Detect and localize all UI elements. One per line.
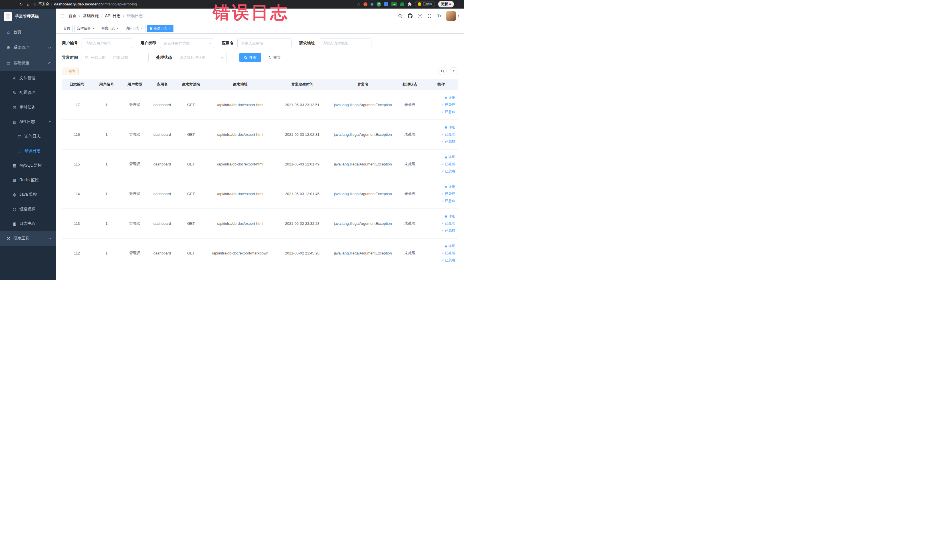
extension-icon-blue[interactable] xyxy=(371,3,374,6)
breadcrumb-item[interactable]: 基础设施 xyxy=(83,14,99,18)
mark-processed-link[interactable]: 已处理 xyxy=(424,250,455,257)
reset-button[interactable]: ↻ 重置 xyxy=(264,53,285,62)
sidebar-item-redis-monitor[interactable]: Redis 监控 xyxy=(0,172,56,187)
extension-icon-leaf[interactable] xyxy=(400,2,404,6)
sidebar-item-home[interactable]: 首页 xyxy=(0,24,56,40)
tab-access-log[interactable]: 访问日志 × xyxy=(123,25,145,32)
sidebar-item-trace[interactable]: 链路追踪 xyxy=(0,202,56,216)
user-type-select-input[interactable] xyxy=(160,38,214,48)
tab-label: 调度日志 xyxy=(101,26,115,31)
mark-processed-link[interactable]: 已处理 xyxy=(424,220,455,227)
cell-user-id: 1 xyxy=(92,90,121,119)
mark-ignored-link[interactable]: 已忽略 xyxy=(424,168,455,175)
browser-update-button[interactable]: 更新 xyxy=(438,1,454,8)
sidebar-item-scheduled-tasks[interactable]: 定时任务 xyxy=(0,100,56,114)
detail-link[interactable]: 详细 xyxy=(424,154,455,160)
sidebar-item-mysql-monitor[interactable]: MySQL 监控 xyxy=(0,158,56,172)
request-url-input[interactable] xyxy=(319,38,371,48)
sidebar-item-access-log[interactable]: 访问日志 xyxy=(0,129,56,143)
detail-link[interactable]: 详细 xyxy=(424,124,455,131)
status-select-input[interactable] xyxy=(176,53,227,62)
sidebar-item-infrastructure[interactable]: 基础设施 xyxy=(0,55,56,71)
tab-close-icon[interactable]: × xyxy=(169,27,171,30)
mark-processed-link[interactable]: 已处理 xyxy=(424,190,455,197)
exception-time-label: 异常时间 xyxy=(62,55,78,60)
toggle-search-button[interactable] xyxy=(438,67,447,75)
mark-ignored-link[interactable]: 已忽略 xyxy=(424,197,455,204)
address-bar[interactable]: ⚠ 不安全 | dashboard.yudao.iocoder.cn/infra… xyxy=(34,2,354,6)
check-icon xyxy=(441,108,444,116)
sidebar-item-log-center[interactable]: 日志中心 xyxy=(0,216,56,231)
mark-ignored-link[interactable]: 已忽略 xyxy=(424,108,455,116)
status-select[interactable] xyxy=(176,53,227,62)
sidebar-item-file-management[interactable]: 文件管理 xyxy=(0,71,56,85)
paused-badge[interactable]: 已暂停 xyxy=(415,1,435,7)
mark-processed-link[interactable]: 已处理 xyxy=(424,131,455,138)
user-menu[interactable]: ▾ xyxy=(446,11,459,21)
detail-link[interactable]: 详细 xyxy=(424,94,455,101)
export-button[interactable]: ↓ 导出 xyxy=(62,68,79,75)
help-icon[interactable]: ? xyxy=(418,14,422,18)
mark-ignored-link[interactable]: 已忽略 xyxy=(424,138,455,145)
mark-ignored-link[interactable]: 已忽略 xyxy=(424,227,455,234)
avatar[interactable] xyxy=(446,11,456,21)
extension-icon-orange[interactable] xyxy=(363,2,368,6)
extension-icon-on[interactable]: on xyxy=(391,2,397,6)
tab-schedule-log[interactable]: 调度日志 × xyxy=(99,25,121,32)
database-icon xyxy=(12,163,17,168)
extensions-puzzle-icon[interactable] xyxy=(408,2,412,6)
sidebar-item-api-log[interactable]: API 日志 xyxy=(0,114,56,129)
extension-icon-green-y[interactable]: Y xyxy=(377,2,381,6)
date-range-picker[interactable]: 开始日期 - 结束日期 xyxy=(82,53,149,62)
extension-icon-grid[interactable] xyxy=(384,2,388,6)
app-logo[interactable]: 芋道管理系统 xyxy=(0,9,56,24)
font-size-icon[interactable]: TT xyxy=(437,14,441,18)
detail-link[interactable]: 详细 xyxy=(424,243,455,250)
app-name-input[interactable] xyxy=(237,38,292,48)
fullscreen-icon[interactable] xyxy=(427,14,432,18)
cell-status: 未处理 xyxy=(396,90,424,119)
hamburger-icon[interactable]: ≡ xyxy=(61,13,64,19)
sidebar-item-error-log[interactable]: 错误日志 xyxy=(0,143,56,158)
mark-processed-link[interactable]: 已处理 xyxy=(424,160,455,168)
user-type-select[interactable] xyxy=(160,38,214,48)
detail-link[interactable]: 详细 xyxy=(424,183,455,190)
date-end-placeholder: 结束日期 xyxy=(113,55,128,60)
forward-button[interactable]: → xyxy=(11,2,15,6)
user-id-input[interactable] xyxy=(82,38,133,48)
sidebar-item-label: API 日志 xyxy=(20,119,35,124)
sidebar-item-label: Java 监控 xyxy=(20,192,37,197)
sidebar-item-java-monitor[interactable]: Java 监控 xyxy=(0,187,56,202)
tab-home[interactable]: 首页 xyxy=(61,25,73,32)
breadcrumb-item[interactable]: 首页 xyxy=(69,14,76,18)
reset-button-label: 重置 xyxy=(273,55,281,60)
github-icon[interactable] xyxy=(408,14,412,18)
tab-close-icon[interactable]: × xyxy=(141,27,143,30)
table-row: 113 1 管理员 dashboard GET /api/infra/db-do… xyxy=(62,209,458,238)
sidebar-item-system-management[interactable]: 系统管理 xyxy=(0,40,56,55)
reload-button[interactable]: ↻ xyxy=(20,2,23,6)
mark-processed-link[interactable]: 已处理 xyxy=(424,101,455,108)
tab-scheduled-tasks[interactable]: 定时任务 × xyxy=(75,25,97,32)
browser-menu-icon[interactable]: ⋮ xyxy=(457,2,461,6)
sidebar-item-dev-tools[interactable]: 研发工具 xyxy=(0,231,56,246)
tab-error-log[interactable]: 错误日志 × xyxy=(147,25,174,32)
browser-home-button[interactable]: ⌂ xyxy=(27,2,29,6)
bookmark-star-icon[interactable]: ☆ xyxy=(357,2,360,6)
sidebar-item-label: 配置管理 xyxy=(20,90,35,95)
breadcrumb-item[interactable]: API 日志 xyxy=(105,14,121,18)
status-field: 处理状态 xyxy=(156,53,227,62)
tab-close-icon[interactable]: × xyxy=(117,27,119,30)
tab-close-icon[interactable]: × xyxy=(92,27,95,30)
search-button[interactable]: 搜索 xyxy=(240,53,261,62)
mark-ignored-link[interactable]: 已忽略 xyxy=(424,257,455,264)
check-icon xyxy=(441,138,444,145)
search-icon[interactable] xyxy=(398,14,403,18)
status-label: 处理状态 xyxy=(156,55,172,60)
refresh-table-button[interactable]: ↻ xyxy=(450,67,458,75)
detail-link[interactable]: 详细 xyxy=(424,213,455,220)
back-button[interactable]: ← xyxy=(3,2,7,6)
cell-log-id: 113 xyxy=(62,209,92,238)
sidebar-item-config-management[interactable]: 配置管理 xyxy=(0,85,56,100)
exception-time-field: 异常时间 开始日期 - 结束日期 xyxy=(62,53,149,62)
